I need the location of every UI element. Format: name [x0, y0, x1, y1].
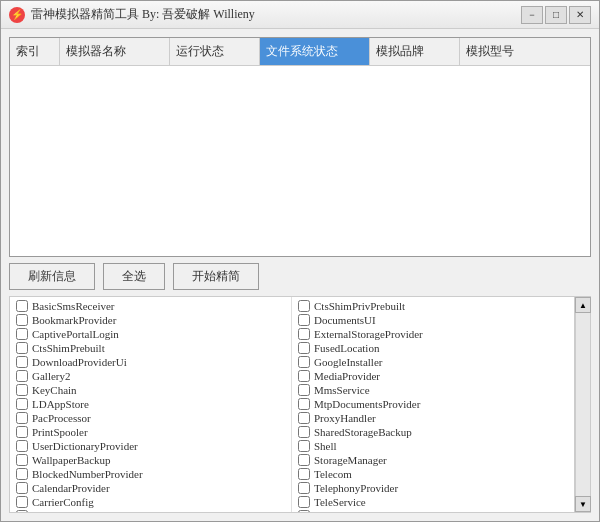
checkbox-label: MediaProvider: [314, 370, 380, 382]
checkbox-item[interactable]: CarrierConfig: [10, 495, 291, 509]
scroll-up-button[interactable]: ▲: [575, 297, 591, 313]
checkbox-label: Telecom: [314, 468, 352, 480]
minimize-button[interactable]: －: [521, 6, 543, 24]
checkbox-input[interactable]: [298, 328, 310, 340]
col-header-brand[interactable]: 模拟品牌: [370, 38, 460, 65]
checkbox-item[interactable]: StorageManager: [292, 453, 574, 467]
checkbox-input[interactable]: [16, 440, 28, 452]
checkbox-input[interactable]: [16, 384, 28, 396]
checkbox-item[interactable]: MtpDocumentsProvider: [292, 397, 574, 411]
col-header-name[interactable]: 模拟器名称: [60, 38, 170, 65]
checkbox-item[interactable]: FusedLocation: [292, 341, 574, 355]
checkbox-item[interactable]: ProxyHandler: [292, 411, 574, 425]
checkbox-label: StorageManager: [314, 454, 387, 466]
checkbox-item[interactable]: DocumentsUI: [292, 313, 574, 327]
checkbox-item[interactable]: PacProcessor: [10, 411, 291, 425]
checkbox-item[interactable]: TeleService: [292, 495, 574, 509]
checkbox-input[interactable]: [298, 454, 310, 466]
checkbox-input[interactable]: [298, 370, 310, 382]
checkbox-item[interactable]: TelephonyProvider: [292, 481, 574, 495]
checkbox-input[interactable]: [16, 370, 28, 382]
checkbox-input[interactable]: [298, 384, 310, 396]
checkbox-item[interactable]: CtsShimPrebuilt: [10, 341, 291, 355]
checkbox-input[interactable]: [16, 412, 28, 424]
checkbox-item[interactable]: PrintSpooler: [10, 425, 291, 439]
checkbox-item[interactable]: KeyChain: [10, 383, 291, 397]
checkbox-item[interactable]: SharedStorageBackup: [292, 425, 574, 439]
checkbox-item[interactable]: MmsService: [292, 383, 574, 397]
checkbox-input[interactable]: [298, 426, 310, 438]
checkbox-input[interactable]: [16, 328, 28, 340]
checkbox-input[interactable]: [16, 342, 28, 354]
checkbox-label: BasicSmsReceiver: [32, 300, 114, 312]
checkbox-input[interactable]: [298, 342, 310, 354]
checkbox-label: CarrierConfig: [32, 496, 94, 508]
checkbox-item[interactable]: LDAppStore: [10, 397, 291, 411]
checkbox-item[interactable]: Gallery2: [10, 369, 291, 383]
start-button[interactable]: 开始精简: [173, 263, 259, 290]
checkbox-label: BlockedNumberProvider: [32, 468, 143, 480]
scroll-track: [576, 313, 590, 496]
checkbox-input[interactable]: [16, 314, 28, 326]
checkbox-item[interactable]: VpnDialogs: [292, 509, 574, 512]
maximize-button[interactable]: □: [545, 6, 567, 24]
side-scrollbar: ▲ ▼: [575, 296, 591, 513]
checkbox-input[interactable]: [16, 510, 28, 512]
checkbox-item[interactable]: CaptivePortalLogin: [10, 327, 291, 341]
checkbox-item[interactable]: Telecom: [292, 467, 574, 481]
col-header-model[interactable]: 模拟型号: [460, 38, 590, 65]
checkbox-label: CtsShimPrivPrebuilt: [314, 300, 405, 312]
refresh-button[interactable]: 刷新信息: [9, 263, 95, 290]
checkbox-item[interactable]: Shell: [292, 439, 574, 453]
checkbox-item[interactable]: DownloadProviderUi: [10, 355, 291, 369]
checkbox-label: UserDictionaryProvider: [32, 440, 138, 452]
checkbox-input[interactable]: [298, 314, 310, 326]
content-area: 索引 模拟器名称 运行状态 文件系统状态 模拟品牌 模拟型号 刷新信息 全选 开…: [1, 29, 599, 521]
checkbox-item[interactable]: UserDictionaryProvider: [10, 439, 291, 453]
checkbox-input[interactable]: [298, 300, 310, 312]
checkbox-item[interactable]: CtsShimPrivPrebuilt: [292, 299, 574, 313]
checkbox-item[interactable]: Contacts: [10, 509, 291, 512]
checkbox-input[interactable]: [16, 300, 28, 312]
scroll-down-button[interactable]: ▼: [575, 496, 591, 512]
checkbox-input[interactable]: [16, 356, 28, 368]
checkbox-input[interactable]: [298, 468, 310, 480]
select-all-button[interactable]: 全选: [103, 263, 165, 290]
checkbox-input[interactable]: [298, 482, 310, 494]
checkbox-label: ExternalStorageProvider: [314, 328, 423, 340]
checkbox-label: Shell: [314, 440, 337, 452]
checkbox-item[interactable]: ExternalStorageProvider: [292, 327, 574, 341]
checkbox-label: Contacts: [32, 510, 71, 512]
checkbox-input[interactable]: [298, 398, 310, 410]
checkbox-input[interactable]: [16, 426, 28, 438]
checkbox-input[interactable]: [16, 454, 28, 466]
checkboxes-section: BasicSmsReceiverBookmarkProviderCaptiveP…: [9, 296, 575, 513]
checkbox-input[interactable]: [16, 398, 28, 410]
checkbox-label: Gallery2: [32, 370, 70, 382]
checkbox-input[interactable]: [298, 412, 310, 424]
checkbox-input[interactable]: [298, 496, 310, 508]
col-header-status[interactable]: 运行状态: [170, 38, 260, 65]
checkbox-input[interactable]: [298, 356, 310, 368]
title-bar-left: ⚡ 雷神模拟器精简工具 By: 吾爱破解 Willieny: [9, 6, 255, 23]
checkbox-item[interactable]: WallpaperBackup: [10, 453, 291, 467]
checkbox-item[interactable]: BookmarkProvider: [10, 313, 291, 327]
checkbox-item[interactable]: MediaProvider: [292, 369, 574, 383]
checkbox-input[interactable]: [16, 496, 28, 508]
close-button[interactable]: ✕: [569, 6, 591, 24]
checkbox-input[interactable]: [298, 440, 310, 452]
checkbox-item[interactable]: GoogleInstaller: [292, 355, 574, 369]
checkbox-label: DocumentsUI: [314, 314, 376, 326]
checkbox-input[interactable]: [298, 510, 310, 512]
checkbox-input[interactable]: [16, 482, 28, 494]
checkbox-label: PacProcessor: [32, 412, 91, 424]
col-header-index[interactable]: 索引: [10, 38, 60, 65]
checkbox-item[interactable]: BasicSmsReceiver: [10, 299, 291, 313]
checkbox-label: CtsShimPrebuilt: [32, 342, 105, 354]
col-header-fs-status[interactable]: 文件系统状态: [260, 38, 370, 65]
checkbox-item[interactable]: CalendarProvider: [10, 481, 291, 495]
checkbox-item[interactable]: BlockedNumberProvider: [10, 467, 291, 481]
checkbox-label: DownloadProviderUi: [32, 356, 127, 368]
checkbox-input[interactable]: [16, 468, 28, 480]
checkbox-label: FusedLocation: [314, 342, 379, 354]
